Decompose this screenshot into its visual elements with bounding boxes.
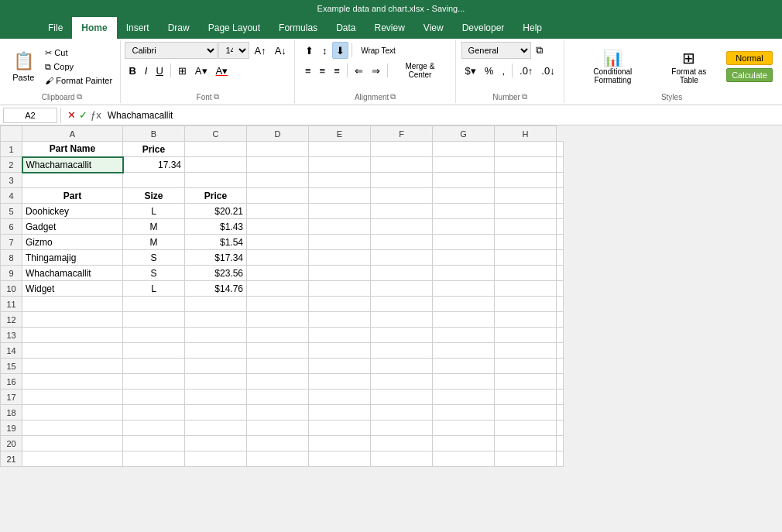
normal-style-btn[interactable]: Normal [726, 51, 773, 65]
cell-2-8[interactable] [495, 157, 557, 173]
cell-18-3[interactable] [185, 405, 247, 420]
tab-view[interactable]: View [414, 17, 453, 39]
cell-13-6[interactable] [371, 328, 433, 343]
cell-9-6[interactable] [371, 266, 433, 281]
cell-8-1[interactable]: Thingamajig [22, 250, 123, 266]
cell-3-6[interactable] [371, 173, 433, 188]
col-header-b[interactable]: B [123, 126, 185, 142]
tab-file[interactable]: File [39, 17, 72, 39]
font-color-button[interactable]: A▾ [212, 62, 232, 79]
cell-7-5[interactable] [309, 235, 371, 250]
font-name-select[interactable]: Calibri [125, 42, 218, 59]
cell-8-2[interactable]: S [123, 250, 185, 266]
cell-21-7[interactable] [433, 451, 495, 467]
cell-12-6[interactable] [371, 312, 433, 328]
cell-5-9[interactable] [557, 204, 564, 219]
row-header-17[interactable]: 17 [1, 390, 22, 405]
cell-8-7[interactable] [433, 250, 495, 266]
cell-17-3[interactable] [185, 390, 247, 405]
cell-11-3[interactable] [185, 297, 247, 312]
cell-15-5[interactable] [309, 359, 371, 374]
format-painter-button[interactable]: 🖌 Format Painter [42, 74, 115, 87]
cell-8-6[interactable] [371, 250, 433, 266]
cell-16-7[interactable] [433, 374, 495, 390]
cell-10-1[interactable]: Widget [22, 281, 123, 297]
comma-btn[interactable]: , [498, 62, 509, 79]
col-header-a[interactable]: A [22, 126, 123, 142]
cell-11-6[interactable] [371, 297, 433, 312]
cell-7-3[interactable]: $1.54 [185, 235, 247, 250]
border-button[interactable]: ⊞ [174, 62, 190, 79]
col-header-f[interactable]: F [371, 126, 433, 142]
conditional-formatting-btn[interactable]: 📊 Conditional Formatting [571, 46, 655, 88]
cell-4-8[interactable] [495, 188, 557, 204]
row-header-15[interactable]: 15 [1, 359, 22, 374]
cell-3-1[interactable] [22, 173, 123, 188]
cell-6-9[interactable] [557, 219, 564, 235]
confirm-icon[interactable]: ✓ [79, 109, 87, 121]
cell-19-8[interactable] [495, 420, 557, 436]
cell-1-2[interactable]: Price [123, 142, 185, 157]
cell-12-7[interactable] [433, 312, 495, 328]
cell-5-1[interactable]: Doohickey [22, 204, 123, 219]
paste-button[interactable]: 📋 Paste [8, 48, 39, 85]
cell-10-5[interactable] [309, 281, 371, 297]
font-expand-icon[interactable]: ⧉ [214, 92, 219, 101]
cell-18-7[interactable] [433, 405, 495, 420]
cell-19-5[interactable] [309, 420, 371, 436]
bold-button[interactable]: B [125, 62, 139, 79]
cell-2-3[interactable] [185, 157, 247, 173]
cell-14-8[interactable] [495, 343, 557, 359]
tab-developer[interactable]: Developer [453, 17, 514, 39]
cell-12-3[interactable] [185, 312, 247, 328]
cell-17-2[interactable] [123, 390, 185, 405]
cell-12-1[interactable] [22, 312, 123, 328]
tab-formulas[interactable]: Formulas [269, 17, 327, 39]
col-header-c[interactable]: C [185, 126, 247, 142]
cell-7-4[interactable] [247, 235, 309, 250]
cell-10-8[interactable] [495, 281, 557, 297]
cell-7-7[interactable] [433, 235, 495, 250]
cell-4-1[interactable]: Part [22, 188, 123, 204]
row-header-5[interactable]: 5 [1, 204, 22, 219]
cell-19-9[interactable] [557, 420, 564, 436]
number-expand-inline-btn[interactable]: ⧉ [532, 42, 547, 59]
cell-20-2[interactable] [123, 436, 185, 451]
cell-13-8[interactable] [495, 328, 557, 343]
cell-15-4[interactable] [247, 359, 309, 374]
cell-12-5[interactable] [309, 312, 371, 328]
cell-18-2[interactable] [123, 405, 185, 420]
cell-12-4[interactable] [247, 312, 309, 328]
cell-5-2[interactable]: L [123, 204, 185, 219]
cell-14-9[interactable] [557, 343, 564, 359]
cell-10-3[interactable]: $14.76 [185, 281, 247, 297]
cell-1-7[interactable] [433, 142, 495, 157]
cell-16-3[interactable] [185, 374, 247, 390]
cell-13-3[interactable] [185, 328, 247, 343]
cell-6-3[interactable]: $1.43 [185, 219, 247, 235]
cell-2-4[interactable] [247, 157, 309, 173]
align-top-btn[interactable]: ⬆ [301, 42, 317, 59]
cell-9-1[interactable]: Whachamacallit [22, 266, 123, 281]
cell-13-5[interactable] [309, 328, 371, 343]
cell-2-6[interactable] [371, 157, 433, 173]
row-header-6[interactable]: 6 [1, 219, 22, 235]
cell-21-2[interactable] [123, 451, 185, 467]
row-header-10[interactable]: 10 [1, 281, 22, 297]
cell-18-4[interactable] [247, 405, 309, 420]
cell-15-6[interactable] [371, 359, 433, 374]
cell-5-4[interactable] [247, 204, 309, 219]
cell-9-7[interactable] [433, 266, 495, 281]
cell-5-5[interactable] [309, 204, 371, 219]
cell-15-7[interactable] [433, 359, 495, 374]
cell-21-3[interactable] [185, 451, 247, 467]
cell-4-7[interactable] [433, 188, 495, 204]
row-header-19[interactable]: 19 [1, 420, 22, 436]
cell-18-8[interactable] [495, 405, 557, 420]
tab-data[interactable]: Data [327, 17, 365, 39]
cell-6-1[interactable]: Gadget [22, 219, 123, 235]
cell-17-9[interactable] [557, 390, 564, 405]
cancel-icon[interactable]: ✕ [67, 109, 76, 121]
decrease-font-btn[interactable]: A↓ [271, 42, 290, 59]
cell-18-5[interactable] [309, 405, 371, 420]
